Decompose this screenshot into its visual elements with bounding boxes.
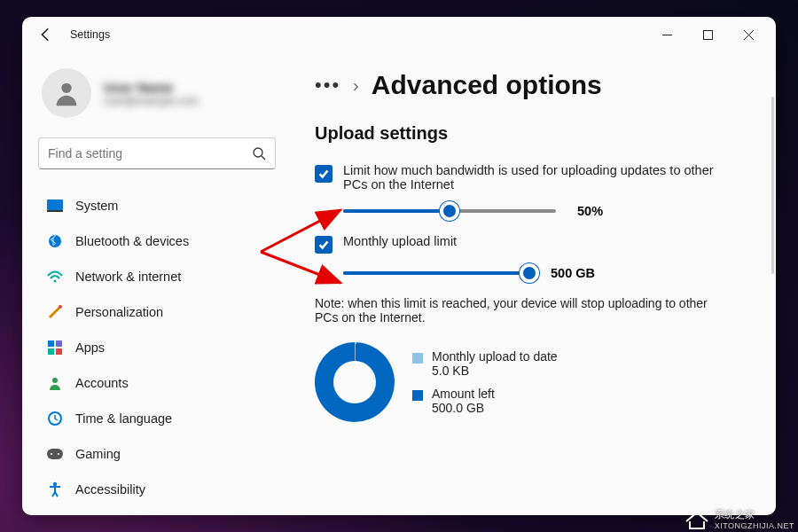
limit-note: Note: when this limit is reached, your d… [315, 296, 732, 325]
sidebar-item-label: Personalization [75, 305, 163, 319]
search-icon [252, 146, 266, 160]
monthly-limit-label: Monthly upload limit [343, 234, 457, 254]
monthly-value: 500 GB [551, 266, 604, 280]
page-title: Advanced options [372, 70, 602, 100]
sidebar-item-apps[interactable]: Apps [38, 331, 276, 364]
bandwidth-limit-row: Limit how much bandwidth is used for upl… [315, 163, 758, 192]
monthly-slider-wrap: 500 GB [343, 266, 758, 280]
search-box[interactable] [38, 137, 276, 169]
sidebar-item-personalization[interactable]: Personalization [38, 295, 276, 329]
profile-block[interactable]: User Name user@example.com [38, 59, 276, 134]
chevron-right-icon: › [353, 75, 359, 96]
bandwidth-limit-checkbox[interactable] [315, 165, 332, 183]
bluetooth-icon [47, 233, 63, 249]
watermark-text: 系统之家 [715, 508, 794, 521]
checkmark-icon [317, 168, 330, 180]
search-input[interactable] [48, 146, 252, 160]
content-area: User Name user@example.com SystemBluetoo… [22, 52, 776, 515]
legend-uploaded-value: 5.0 KB [432, 364, 558, 378]
legend-left-value: 500.0 GB [432, 401, 495, 415]
svg-rect-15 [48, 348, 54, 355]
legend-swatch [412, 353, 423, 364]
close-icon [744, 30, 754, 40]
legend-uploaded: Monthly upload to date 5.0 KB [412, 349, 558, 378]
sidebar-item-label: Gaming [75, 447, 121, 461]
svg-rect-14 [56, 340, 62, 347]
slider-thumb[interactable] [520, 263, 539, 283]
profile-text: User Name user@example.com [104, 80, 199, 107]
slider-thumb[interactable] [440, 201, 459, 221]
svg-point-17 [52, 378, 58, 383]
bandwidth-value: 50% [577, 204, 630, 218]
time-icon [47, 411, 63, 426]
svg-point-22 [53, 482, 57, 486]
monthly-limit-row: Monthly upload limit [315, 234, 758, 254]
slider-fill [343, 209, 450, 213]
sidebar-item-label: Apps [75, 340, 105, 355]
close-button[interactable] [728, 17, 769, 52]
settings-window: Settings User Name user@example.com [22, 17, 776, 515]
svg-point-4 [61, 83, 71, 93]
bandwidth-slider-wrap: 50% [343, 204, 758, 218]
sidebar-item-system[interactable]: System [38, 189, 276, 223]
bandwidth-slider[interactable] [343, 209, 556, 213]
sidebar-item-network[interactable]: Network & internet [38, 260, 276, 293]
monthly-slider[interactable] [343, 271, 529, 275]
sidebar: User Name user@example.com SystemBluetoo… [22, 52, 288, 515]
usage-donut-chart [315, 342, 395, 422]
maximize-button[interactable] [687, 17, 728, 52]
checkmark-icon [317, 239, 330, 251]
accounts-icon [47, 375, 63, 391]
network-icon [47, 269, 63, 285]
back-button[interactable] [38, 27, 54, 43]
scrollbar[interactable] [771, 97, 774, 274]
svg-point-5 [254, 148, 262, 157]
svg-point-20 [51, 453, 52, 455]
nav-list: SystemBluetooth & devicesNetwork & inter… [38, 189, 276, 506]
sidebar-item-label: Accounts [75, 376, 129, 390]
profile-sub: user@example.com [104, 95, 199, 107]
bandwidth-limit-label: Limit how much bandwidth is used for upl… [343, 163, 733, 192]
breadcrumb-more-icon[interactable]: ••• [315, 74, 340, 97]
sidebar-item-label: Accessibility [75, 482, 145, 497]
monthly-limit-checkbox[interactable] [315, 236, 332, 254]
back-arrow-icon [38, 27, 54, 43]
watermark: 系统之家 XITONGZHIJIA.NET [685, 508, 794, 530]
sidebar-item-time[interactable]: Time & language [38, 402, 276, 435]
sidebar-item-label: Bluetooth & devices [75, 234, 189, 248]
usage-chart-row: Monthly upload to date 5.0 KB Amount lef… [315, 342, 758, 422]
section-title: Upload settings [315, 123, 758, 144]
minimize-button[interactable] [646, 17, 687, 52]
chart-legend: Monthly upload to date 5.0 KB Amount lef… [412, 349, 558, 415]
svg-line-11 [50, 308, 59, 317]
profile-name: User Name [104, 80, 199, 95]
avatar [42, 68, 91, 118]
apps-icon [47, 340, 63, 356]
svg-point-21 [58, 453, 59, 455]
personalization-icon [47, 304, 63, 320]
minimize-icon [662, 30, 672, 40]
legend-left: Amount left 500.0 GB [412, 387, 558, 415]
svg-rect-16 [56, 348, 62, 355]
svg-rect-1 [703, 30, 712, 39]
titlebar: Settings [22, 17, 776, 52]
svg-line-6 [262, 156, 265, 160]
legend-left-label: Amount left [432, 387, 495, 401]
breadcrumb: ••• › Advanced options [315, 70, 758, 100]
svg-rect-19 [47, 449, 63, 459]
main-panel: ••• › Advanced options Upload settings L… [288, 52, 776, 515]
svg-point-10 [54, 280, 57, 283]
sidebar-item-bluetooth[interactable]: Bluetooth & devices [38, 224, 276, 258]
sidebar-item-label: System [75, 199, 118, 213]
slider-fill [343, 271, 529, 275]
sidebar-item-label: Time & language [75, 411, 172, 426]
sidebar-item-gaming[interactable]: Gaming [38, 437, 276, 471]
svg-rect-7 [47, 200, 63, 210]
svg-point-9 [49, 235, 61, 247]
sidebar-item-accessibility[interactable]: Accessibility [38, 473, 276, 506]
watermark-logo-icon [685, 509, 709, 530]
svg-point-12 [59, 305, 62, 309]
sidebar-item-accounts[interactable]: Accounts [38, 366, 276, 400]
accessibility-icon [47, 481, 63, 497]
window-title: Settings [70, 28, 110, 41]
